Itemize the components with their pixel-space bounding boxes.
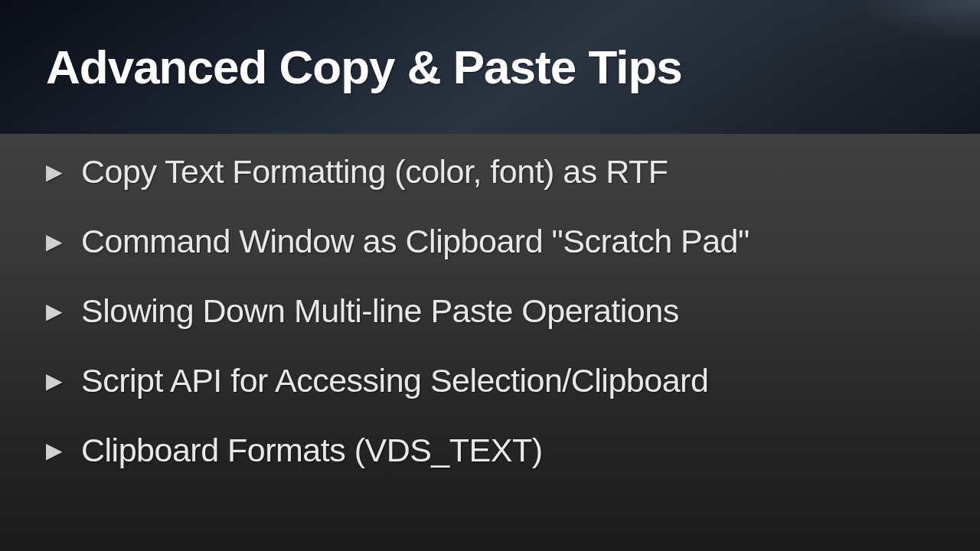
triangle-right-icon: ▶	[46, 159, 63, 184]
triangle-right-icon: ▶	[46, 229, 63, 254]
triangle-right-icon: ▶	[46, 438, 63, 463]
bullet-text: Clipboard Formats (VDS_TEXT)	[81, 432, 543, 469]
triangle-right-icon: ▶	[46, 368, 63, 393]
bullet-item: ▶ Slowing Down Multi-line Paste Operatio…	[46, 292, 934, 330]
bullet-item: ▶ Command Window as Clipboard "Scratch P…	[46, 223, 934, 260]
bullet-text: Slowing Down Multi-line Paste Operations	[81, 292, 679, 330]
triangle-right-icon: ▶	[46, 298, 63, 324]
bullet-item: ▶ Copy Text Formatting (color, font) as …	[46, 153, 934, 191]
bullet-item: ▶ Clipboard Formats (VDS_TEXT)	[46, 432, 934, 469]
slide-header: Advanced Copy & Paste Tips	[0, 0, 980, 134]
bullet-text: Copy Text Formatting (color, font) as RT…	[81, 153, 668, 191]
slide-title: Advanced Copy & Paste Tips	[46, 40, 682, 94]
bullet-text: Script API for Accessing Selection/Clipb…	[81, 362, 708, 399]
bullet-item: ▶ Script API for Accessing Selection/Cli…	[46, 362, 934, 399]
bullet-text: Command Window as Clipboard "Scratch Pad…	[81, 223, 750, 260]
slide-content: ▶ Copy Text Formatting (color, font) as …	[0, 134, 980, 551]
